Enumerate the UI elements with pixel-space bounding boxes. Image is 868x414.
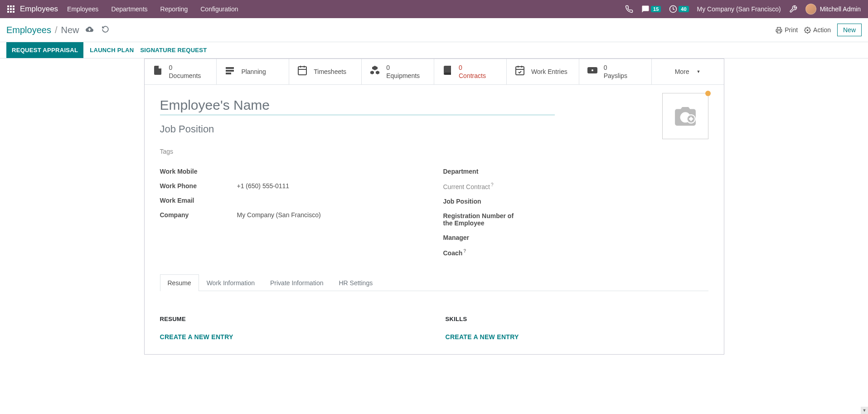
money-icon [587,65,598,78]
book-icon [441,65,453,78]
employee-name-input[interactable] [160,96,555,115]
apps-icon[interactable] [7,5,15,13]
svg-point-15 [591,69,594,72]
stat-contracts[interactable]: 0 Contracts [434,59,507,84]
notebook-tabs: Resume Work Information Private Informat… [160,274,708,291]
activities-icon[interactable]: 40 [669,5,689,13]
svg-point-2 [807,29,809,31]
cloud-save-icon[interactable] [86,25,93,34]
activities-badge: 40 [679,6,689,12]
caret-down-icon: ▼ [697,69,701,74]
breadcrumb-separator: / [55,25,58,35]
breadcrumb-current: New [61,25,79,35]
navbar-right: 15 40 My Company (San Francisco) Mitchel… [625,4,861,15]
planning-icon [224,65,236,78]
stat-payslips[interactable]: 0 Payslips [579,59,652,84]
job-position-input[interactable]: Job Position [160,123,708,135]
calendar-check-icon [514,65,526,78]
presence-indicator [705,91,711,96]
document-icon [152,65,164,78]
menu-reporting[interactable]: Reporting [160,5,188,13]
tab-resume[interactable]: Resume [160,274,199,291]
stat-more[interactable]: More ▼ [652,59,724,84]
stat-buttons: 0 Documents Planning Timesheets [145,59,724,85]
action-button[interactable]: Action [804,26,831,34]
menu-configuration[interactable]: Configuration [200,5,238,13]
tab-private-information[interactable]: Private Information [262,274,331,291]
navbar-brand[interactable]: Employees [7,5,58,14]
app-name: Employees [20,5,58,14]
help-icon[interactable]: ? [491,182,494,187]
field-work-phone: Work Phone +1 (650) 555-0111 [160,179,425,193]
breadcrumb-icons [86,25,109,34]
field-work-mobile: Work Mobile [160,164,425,179]
messages-badge: 15 [651,6,661,12]
field-coach: Coach? [443,245,708,260]
avatar [805,4,816,15]
request-appraisal-button[interactable]: REQUEST APPRAISAL [6,42,83,58]
stat-documents[interactable]: 0 Documents [145,59,217,84]
debug-icon[interactable] [789,5,797,13]
svg-rect-3 [226,67,234,69]
breadcrumb-root[interactable]: Employees [6,25,51,35]
form-fields-grid: Work Mobile Work Phone +1 (650) 555-0111… [160,164,708,260]
tab-hr-settings[interactable]: HR Settings [331,274,380,291]
new-button[interactable]: New [837,24,862,36]
field-manager: Manager [443,230,708,245]
tab-content: RESUME CREATE A NEW ENTRY SKILLS CREATE … [145,302,724,354]
breadcrumb: Employees / New [6,25,79,35]
field-department: Department [443,164,708,179]
form-body: Job Position Tags Work Mobile Work Phone… [145,85,724,302]
scroll-down-icon[interactable]: ▼ [861,407,868,414]
stat-work-entries[interactable]: Work Entries [507,59,579,84]
company-input[interactable]: My Company (San Francisco) [237,211,425,219]
skills-section-title: SKILLS [446,316,708,322]
discard-icon[interactable] [102,25,109,34]
user-menu[interactable]: Mitchell Admin [805,4,861,15]
messages-icon[interactable]: 15 [641,5,661,13]
main-navbar: Employees Employees Departments Reportin… [0,0,868,18]
user-name: Mitchell Admin [820,5,861,13]
calendar-icon [296,65,308,78]
work-phone-input[interactable]: +1 (650) 555-0111 [237,182,425,190]
resume-section-title: RESUME [160,316,423,322]
tags-input[interactable]: Tags [160,148,708,155]
tab-work-information[interactable]: Work Information [199,274,262,291]
svg-rect-1 [777,30,781,33]
navbar-menu: Employees Departments Reporting Configur… [67,5,625,13]
field-job-position: Job Position [443,194,708,209]
status-bar: REQUEST APPRAISAL LAUNCH PLAN SIGNATURE … [0,42,868,58]
field-registration: Registration Number of the Employee [443,209,708,230]
svg-rect-6 [298,67,306,75]
phone-icon[interactable] [625,5,633,13]
svg-rect-10 [516,67,524,75]
control-panel-right: Print Action New [776,24,862,36]
svg-rect-4 [226,70,234,72]
menu-departments[interactable]: Departments [111,5,147,13]
field-company: Company My Company (San Francisco) [160,208,425,222]
stat-planning[interactable]: Planning [217,59,289,84]
cubes-icon [369,65,381,78]
svg-rect-5 [226,73,231,74]
control-panel: Employees / New Print Action New [0,18,868,42]
create-skills-entry[interactable]: CREATE A NEW ENTRY [446,333,708,341]
create-resume-entry[interactable]: CREATE A NEW ENTRY [160,333,423,341]
company-selector[interactable]: My Company (San Francisco) [697,5,781,13]
help-icon[interactable]: ? [463,248,466,253]
stat-equipments[interactable]: 0 Equipments [362,59,434,84]
print-button[interactable]: Print [776,26,798,34]
launch-plan-button[interactable]: LAUNCH PLAN [90,42,134,58]
menu-employees[interactable]: Employees [67,5,98,13]
signature-request-button[interactable]: SIGNATURE REQUEST [140,42,207,58]
field-current-contract: Current Contract? [443,179,708,194]
form-sheet: 0 Documents Planning Timesheets [144,58,724,355]
field-work-email: Work Email [160,193,425,208]
employee-image[interactable] [662,93,708,139]
stat-timesheets[interactable]: Timesheets [289,59,362,84]
